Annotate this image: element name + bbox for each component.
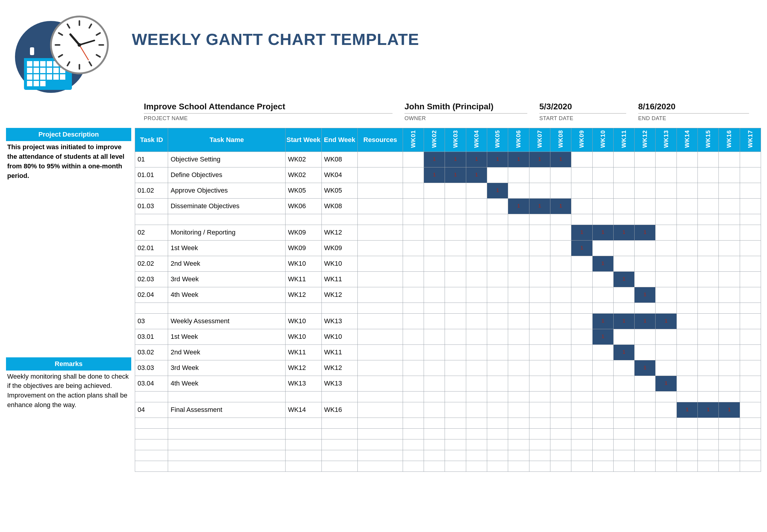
gantt-cell <box>466 256 487 271</box>
table-row: 03.011st WeekWK10WK101 <box>135 329 761 344</box>
cell-resources <box>358 240 403 256</box>
svg-rect-25 <box>40 81 46 86</box>
gantt-cell <box>592 287 613 303</box>
gantt-cell <box>740 344 761 360</box>
gantt-cell <box>571 183 592 198</box>
gantt-cell <box>466 198 487 214</box>
gantt-cell <box>445 183 466 198</box>
gantt-cell <box>550 225 571 240</box>
gantt-cell <box>740 402 761 418</box>
table-row: 02.044th WeekWK12WK121 <box>135 287 761 303</box>
gantt-cell <box>635 240 656 256</box>
project-meta: Improve School Attendance Project PROJEC… <box>144 102 761 122</box>
svg-rect-8 <box>47 61 52 67</box>
project-description-heading: Project Description <box>6 128 131 141</box>
col-week-wk11: WK11 <box>613 128 634 152</box>
gantt-cell <box>677 198 697 214</box>
cell-start-week: WK09 <box>286 225 322 240</box>
gantt-cell <box>424 360 445 376</box>
gantt-cell <box>719 376 740 391</box>
cell-task-id: 01.03 <box>135 198 168 214</box>
cell-task-id: 02.04 <box>135 287 168 303</box>
cell-end-week: WK08 <box>321 198 358 214</box>
gantt-cell <box>487 271 508 287</box>
gantt-cell <box>550 313 571 329</box>
gantt-cell <box>466 271 487 287</box>
table-row <box>135 439 761 450</box>
cell-start-week: WK12 <box>286 360 322 376</box>
gantt-cell <box>550 360 571 376</box>
gantt-cell <box>424 225 445 240</box>
gantt-cell: 1 <box>550 152 571 167</box>
gantt-cell <box>445 271 466 287</box>
gantt-cell <box>719 360 740 376</box>
svg-rect-19 <box>40 74 46 80</box>
gantt-cell <box>677 225 697 240</box>
cell-task-id: 03.03 <box>135 360 168 376</box>
cell-task-name: 2nd Week <box>168 256 286 271</box>
gantt-cell <box>529 376 550 391</box>
project-name-label: PROJECT NAME <box>144 114 404 122</box>
cell-start-week: WK02 <box>286 152 322 167</box>
gantt-cell <box>656 256 677 271</box>
gantt-cell <box>656 360 677 376</box>
gantt-cell <box>571 360 592 376</box>
col-resources: Resources <box>358 128 403 152</box>
gantt-cell <box>697 329 718 344</box>
cell-task-name: 4th Week <box>168 376 286 391</box>
cell-resources <box>358 376 403 391</box>
gantt-cell: 1 <box>571 225 592 240</box>
svg-rect-14 <box>47 68 52 73</box>
cell-task-name: Disseminate Objectives <box>168 198 286 214</box>
gantt-cell <box>635 329 656 344</box>
cell-resources <box>358 271 403 287</box>
cell-start-week: WK11 <box>286 271 322 287</box>
gantt-cell <box>592 198 613 214</box>
gantt-cell <box>613 256 634 271</box>
cell-start-week: WK09 <box>286 240 322 256</box>
col-task-id: Task ID <box>135 128 168 152</box>
gantt-cell <box>424 344 445 360</box>
gantt-cell <box>635 198 656 214</box>
cell-end-week: WK13 <box>321 376 358 391</box>
cell-task-id: 02.01 <box>135 240 168 256</box>
gantt-cell <box>487 402 508 418</box>
table-row: 01.03Disseminate ObjectivesWK06WK08111 <box>135 198 761 214</box>
gantt-cell <box>656 287 677 303</box>
cell-end-week: WK12 <box>321 225 358 240</box>
table-row <box>135 214 761 225</box>
gantt-cell <box>613 287 634 303</box>
table-row <box>135 428 761 439</box>
cell-end-week: WK05 <box>321 183 358 198</box>
gantt-cell: 1 <box>677 402 697 418</box>
gantt-cell <box>508 256 529 271</box>
gantt-cell <box>697 313 718 329</box>
cell-start-week: WK10 <box>286 329 322 344</box>
svg-rect-15 <box>53 68 59 73</box>
cell-task-name: Approve Objectives <box>168 183 286 198</box>
gantt-cell <box>529 313 550 329</box>
svg-rect-23 <box>27 81 32 86</box>
gantt-cell <box>508 402 529 418</box>
gantt-cell <box>677 344 697 360</box>
gantt-cell <box>656 198 677 214</box>
cell-start-week: WK12 <box>286 287 322 303</box>
end-date-label: END DATE <box>638 114 761 122</box>
gantt-cell <box>592 183 613 198</box>
gantt-cell <box>719 287 740 303</box>
col-task-name: Task Name <box>168 128 286 152</box>
gantt-cell <box>697 240 718 256</box>
gantt-cell <box>508 376 529 391</box>
svg-rect-20 <box>47 74 52 80</box>
gantt-cell <box>487 240 508 256</box>
cell-resources <box>358 167 403 183</box>
gantt-cell <box>677 183 697 198</box>
svg-point-42 <box>78 43 81 47</box>
cell-task-name: 2nd Week <box>168 344 286 360</box>
gantt-cell <box>592 167 613 183</box>
col-week-wk04: WK04 <box>466 128 487 152</box>
table-row: 02Monitoring / ReportingWK09WK121111 <box>135 225 761 240</box>
gantt-cell <box>656 167 677 183</box>
gantt-cell <box>719 344 740 360</box>
gantt-cell <box>529 271 550 287</box>
